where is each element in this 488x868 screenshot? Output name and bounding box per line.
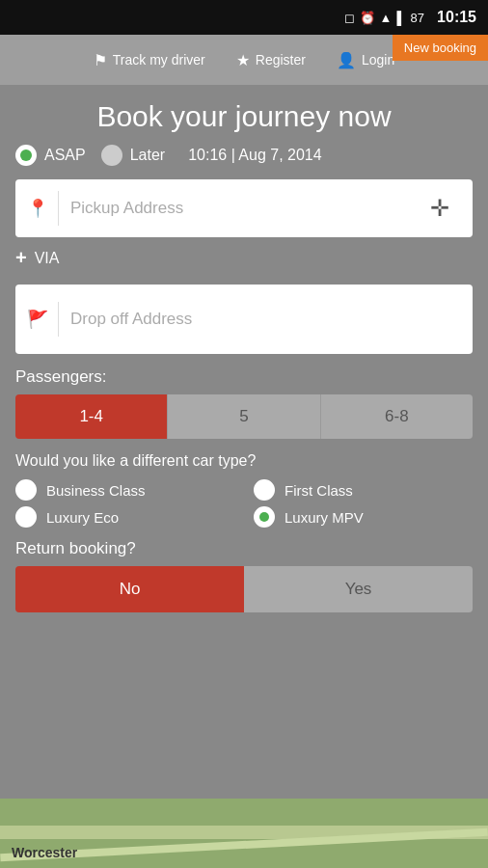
status-bar: ◻ ⏰ ▲ ▌ 87 10:15 [0, 0, 488, 35]
yes-label: Yes [345, 580, 372, 599]
luxury-mpv-radio-dot [259, 512, 269, 522]
passenger-opt-label-0: 1-4 [79, 407, 103, 426]
passenger-opt-label-2: 6-8 [385, 407, 409, 426]
passenger-option-1-4[interactable]: 1-4 [15, 394, 167, 439]
pickup-field[interactable]: 📍 Pickup Address ✛ [15, 179, 473, 237]
map-preview: Worcester [0, 799, 488, 868]
luxury-mpv-radio[interactable] [254, 506, 275, 528]
asap-label: ASAP [44, 147, 86, 164]
time-row: ASAP Later 10:16 | Aug 7, 2014 [15, 145, 473, 166]
register-label: Register [256, 52, 306, 68]
later-radio[interactable] [101, 145, 122, 166]
dropoff-field[interactable]: 🚩 Drop off Address [15, 285, 473, 354]
time-display: 10:16 | Aug 7, 2014 [188, 147, 322, 164]
luxury-eco-radio-dot [21, 512, 31, 522]
luxury-eco-radio[interactable] [15, 506, 37, 528]
yes-no-selector: No Yes [15, 566, 473, 612]
luxury-eco-label: Luxury Eco [46, 509, 119, 526]
yes-button[interactable]: Yes [244, 566, 473, 612]
later-option[interactable]: Later [101, 145, 165, 166]
flag-icon: 🚩 [27, 309, 48, 330]
login-nav[interactable]: 👤 Login [337, 51, 394, 69]
dropoff-placeholder: Drop off Address [70, 310, 461, 329]
person-icon: 👤 [337, 51, 356, 69]
pickup-placeholder: Pickup Address [70, 199, 419, 218]
business-radio[interactable] [15, 479, 37, 501]
car-option-first[interactable]: First Class [254, 479, 473, 501]
car-option-business[interactable]: Business Class [15, 479, 234, 501]
sim-icon: ◻ [344, 11, 355, 25]
star-icon: ★ [236, 51, 250, 69]
new-booking-badge[interactable]: New booking [393, 35, 488, 61]
nav-bar: ⚑ Track my driver ★ Register 👤 Login New… [0, 35, 488, 85]
wifi-icon: ▲ [380, 11, 393, 25]
passenger-option-5[interactable]: 5 [167, 394, 319, 439]
status-icons: ◻ ⏰ ▲ ▌ 87 10:15 [344, 9, 476, 26]
passengers-label: Passengers: [15, 367, 473, 387]
return-booking-label: Return booking? [15, 539, 473, 558]
later-label: Later [130, 147, 165, 164]
main-content: Book your journey now ASAP Later 10:16 |… [0, 85, 488, 612]
dropoff-divider [58, 302, 59, 337]
luxury-mpv-label: Luxury MPV [285, 509, 364, 526]
business-label: Business Class [46, 482, 146, 499]
passenger-selector: 1-4 5 6-8 [15, 394, 473, 439]
via-label: VIA [35, 250, 60, 267]
car-option-luxury-eco[interactable]: Luxury Eco [15, 506, 234, 528]
register-nav[interactable]: ★ Register [236, 51, 306, 69]
car-type-question: Would you like a different car type? [15, 452, 473, 470]
input-divider [58, 191, 59, 226]
compass-button[interactable]: ✛ [419, 187, 461, 230]
login-label: Login [362, 52, 394, 68]
passenger-option-6-8[interactable]: 6-8 [320, 394, 473, 439]
track-icon: ⚑ [94, 51, 107, 69]
later-radio-dot [106, 149, 118, 161]
car-option-luxury-mpv[interactable]: Luxury MPV [254, 506, 473, 528]
location-pin-icon: 📍 [27, 198, 48, 219]
first-label: First Class [285, 482, 353, 499]
status-time: 10:15 [437, 9, 476, 26]
track-label: Track my driver [113, 52, 205, 68]
passenger-opt-label-1: 5 [239, 407, 248, 426]
first-radio[interactable] [254, 479, 275, 501]
signal-icon: ▌ [396, 11, 405, 25]
car-type-grid: Business Class First Class Luxury Eco Lu… [15, 479, 473, 528]
compass-icon: ✛ [430, 195, 449, 222]
plus-icon: + [15, 247, 27, 269]
map-city-label: Worcester [12, 845, 77, 860]
page-title: Book your journey now [15, 85, 473, 145]
no-label: No [120, 580, 141, 599]
asap-radio[interactable] [15, 145, 37, 166]
via-row[interactable]: + VIA [15, 247, 473, 269]
alarm-icon: ⏰ [360, 11, 375, 25]
battery-percent: 87 [411, 11, 424, 25]
track-driver-nav[interactable]: ⚑ Track my driver [94, 51, 205, 69]
asap-radio-dot [20, 149, 32, 161]
asap-option[interactable]: ASAP [15, 145, 86, 166]
first-radio-dot [259, 485, 269, 495]
no-button[interactable]: No [15, 566, 244, 612]
business-radio-dot [21, 485, 31, 495]
